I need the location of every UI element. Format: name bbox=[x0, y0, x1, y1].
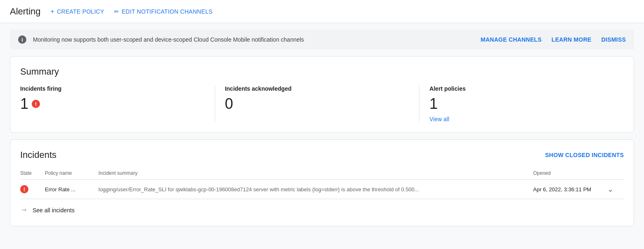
row-error-icon: ! bbox=[20, 185, 28, 193]
main-content: i Monitoring now supports both user-scop… bbox=[0, 23, 644, 233]
summary-card: Summary Incidents firing 1 ! Incidents a… bbox=[10, 56, 634, 133]
see-all-incidents-row[interactable]: → See all incidents bbox=[20, 199, 624, 216]
table-header-row: State Policy name Incident summary Opene… bbox=[20, 167, 624, 180]
alert-policies-number: 1 bbox=[429, 95, 438, 113]
summary-column-header: Incident summary bbox=[98, 167, 533, 180]
edit-notification-label: EDIT NOTIFICATION CHANNELS bbox=[122, 8, 213, 15]
see-all-label: See all incidents bbox=[33, 207, 75, 214]
incidents-firing-number: 1 bbox=[20, 95, 28, 113]
incidents-acknowledged-label: Incidents acknowledged bbox=[225, 85, 410, 92]
page-header: Alerting + CREATE POLICY ✏ EDIT NOTIFICA… bbox=[0, 0, 644, 23]
banner-message: Monitoring now supports both user-scoped… bbox=[33, 36, 474, 43]
page-title: Alerting bbox=[10, 6, 41, 17]
info-banner: i Monitoring now supports both user-scop… bbox=[10, 30, 634, 49]
arrow-right-icon: → bbox=[20, 206, 28, 214]
incidents-title: Incidents bbox=[20, 150, 56, 160]
error-indicator: ! bbox=[32, 100, 40, 108]
row-expand-button[interactable]: ⌄ bbox=[607, 180, 624, 199]
table-row[interactable]: ! Error Rate ... logging/user/Error_Rate… bbox=[20, 180, 624, 199]
create-policy-button[interactable]: + CREATE POLICY bbox=[51, 8, 104, 15]
manage-channels-button[interactable]: MANAGE CHANNELS bbox=[480, 36, 541, 43]
pencil-icon: ✏ bbox=[114, 8, 119, 15]
alert-policies-item: Alert policies 1 View all bbox=[429, 85, 624, 122]
incidents-table-header: State Policy name Incident summary Opene… bbox=[20, 167, 624, 180]
incidents-card: Incidents SHOW CLOSED INCIDENTS State Po… bbox=[10, 139, 634, 226]
opened-column-header: Opened bbox=[533, 167, 607, 180]
alert-policies-label: Alert policies bbox=[429, 85, 614, 92]
incidents-table: State Policy name Incident summary Opene… bbox=[20, 167, 624, 199]
dismiss-button[interactable]: DISMISS bbox=[601, 36, 626, 43]
incidents-table-body: ! Error Rate ... logging/user/Error_Rate… bbox=[20, 180, 624, 199]
row-opened-time: Apr 6, 2022, 3:36:11 PM bbox=[533, 180, 607, 199]
incidents-acknowledged-number: 0 bbox=[225, 95, 233, 113]
summary-title: Summary bbox=[20, 66, 624, 77]
policy-column-header: Policy name bbox=[45, 167, 98, 180]
row-state: ! bbox=[20, 180, 45, 199]
alert-policies-value: 1 bbox=[429, 95, 614, 113]
learn-more-button[interactable]: LEARN MORE bbox=[552, 36, 592, 43]
summary-grid: Incidents firing 1 ! Incidents acknowled… bbox=[20, 85, 624, 122]
row-policy-name: Error Rate ... bbox=[45, 180, 98, 199]
state-column-header: State bbox=[20, 167, 45, 180]
incidents-acknowledged-item: Incidents acknowledged 0 bbox=[225, 85, 420, 122]
incidents-firing-label: Incidents firing bbox=[20, 85, 205, 92]
expand-column-header bbox=[607, 167, 624, 180]
incidents-firing-item: Incidents firing 1 ! bbox=[20, 85, 215, 122]
plus-icon: + bbox=[51, 8, 55, 15]
incidents-acknowledged-value: 0 bbox=[225, 95, 410, 113]
banner-actions: MANAGE CHANNELS LEARN MORE DISMISS bbox=[480, 36, 626, 43]
row-summary-text: logging/user/Error_Rate_SLI for qwiklabs… bbox=[98, 186, 419, 193]
incidents-firing-value: 1 ! bbox=[20, 95, 205, 113]
incidents-header: Incidents SHOW CLOSED INCIDENTS bbox=[20, 150, 624, 160]
create-policy-label: CREATE POLICY bbox=[57, 8, 104, 15]
show-closed-incidents-button[interactable]: SHOW CLOSED INCIDENTS bbox=[545, 152, 624, 158]
view-all-link[interactable]: View all bbox=[429, 116, 449, 122]
edit-notification-channels-button[interactable]: ✏ EDIT NOTIFICATION CHANNELS bbox=[114, 8, 213, 15]
row-incident-summary: logging/user/Error_Rate_SLI for qwiklabs… bbox=[98, 180, 533, 199]
info-icon: i bbox=[18, 35, 26, 44]
